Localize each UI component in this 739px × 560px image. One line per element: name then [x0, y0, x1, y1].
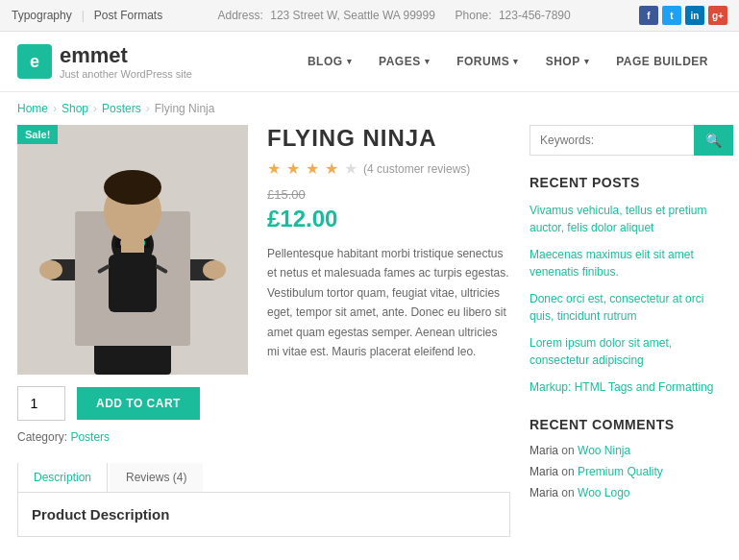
product-description: Pellentesque habitant morbi tristique se…	[267, 244, 510, 361]
breadcrumb-posters[interactable]: Posters	[102, 102, 141, 115]
comment-on-1: on	[561, 465, 578, 478]
social-icons: f t in g+	[639, 6, 727, 25]
googleplus-icon[interactable]: g+	[708, 6, 727, 25]
facebook-icon[interactable]: f	[639, 6, 658, 25]
comment-on-2: on	[561, 486, 578, 499]
breadcrumb-home[interactable]: Home	[17, 102, 48, 115]
star-rating: ★ ★ ★ ★ ★ (4 customer reviews)	[267, 159, 510, 178]
logo-text: emmet Just another WordPress site	[60, 43, 192, 80]
main-content: Sale!	[0, 125, 739, 554]
add-to-cart-button[interactable]: ADD TO CART	[77, 387, 200, 420]
nav-forums[interactable]: FORUMS ▾	[443, 47, 532, 76]
quantity-stepper[interactable]	[17, 386, 65, 421]
header: e emmet Just another WordPress site BLOG…	[0, 32, 739, 92]
nav-blog[interactable]: BLOG ▾	[294, 47, 365, 76]
recent-post-2[interactable]: Donec orci est, consectetur at orci quis…	[530, 290, 722, 325]
tab-reviews[interactable]: Reviews (4)	[110, 463, 203, 492]
chevron-down-icon: ▾	[584, 57, 590, 66]
sale-badge: Sale!	[17, 125, 58, 144]
product-svg	[17, 125, 248, 375]
product-section: Sale!	[17, 125, 510, 537]
phone-label: Phone:	[456, 9, 492, 22]
comment-link-0[interactable]: Woo Ninja	[578, 444, 630, 457]
star-4: ★	[325, 159, 338, 178]
topbar: Typography | Post Formats Address: 123 S…	[0, 0, 739, 32]
recent-posts-section: RECENT POSTS Vivamus vehicula, tellus et…	[530, 175, 722, 396]
nav-shop[interactable]: SHOP ▾	[532, 47, 604, 76]
comment-2: Maria on Woo Logo	[530, 486, 722, 499]
breadcrumb-shop[interactable]: Shop	[62, 102, 88, 115]
comment-on-0: on	[561, 444, 578, 457]
search-box: 🔍	[530, 125, 722, 156]
comment-author-0: Maria	[530, 444, 558, 457]
svg-point-5	[39, 260, 62, 280]
product-image: Sale!	[17, 125, 248, 375]
star-5-empty: ★	[344, 159, 357, 178]
comment-link-1[interactable]: Premium Quality	[578, 465, 663, 478]
tabs-content: Product Description	[17, 493, 510, 537]
star-2: ★	[286, 159, 300, 178]
logo-name: emmet	[60, 43, 192, 68]
comment-author-1: Maria	[530, 465, 558, 478]
category-label: Category:	[17, 430, 67, 444]
phone-value: 123-456-7890	[499, 9, 571, 22]
svg-point-17	[104, 170, 161, 205]
comment-1: Maria on Premium Quality	[530, 465, 722, 478]
address-value: 123 Street W, Seattle WA 99999	[270, 9, 435, 22]
topbar-divider: |	[82, 9, 85, 22]
star-1: ★	[267, 159, 281, 178]
sale-price: £12.00	[267, 206, 510, 232]
recent-post-1[interactable]: Maecenas maximus elit sit amet venenatis…	[530, 246, 722, 280]
logo-icon: e	[17, 44, 52, 79]
product-image-wrap: Sale!	[17, 125, 248, 444]
recent-post-3[interactable]: Lorem ipsum dolor sit amet, consectetur …	[530, 334, 722, 369]
recent-comments-title: RECENT COMMENTS	[530, 417, 722, 432]
comment-link-2[interactable]: Woo Logo	[578, 486, 630, 499]
chevron-down-icon: ▾	[513, 57, 519, 66]
nav-pages[interactable]: PAGES ▾	[365, 47, 443, 76]
breadcrumb-current: Flying Ninja	[155, 102, 215, 115]
add-to-cart-row: ADD TO CART	[17, 386, 248, 421]
search-icon: 🔍	[705, 133, 722, 148]
product-description-heading: Product Description	[32, 506, 496, 523]
tabs-header: Description Reviews (4)	[17, 463, 510, 493]
tab-description[interactable]: Description	[17, 463, 108, 492]
recent-post-4[interactable]: Markup: HTML Tags and Formatting	[530, 378, 722, 396]
chevron-down-icon: ▾	[347, 57, 353, 66]
product-top: Sale!	[17, 125, 510, 444]
comment-author-2: Maria	[530, 486, 558, 499]
comment-0: Maria on Woo Ninja	[530, 444, 722, 457]
search-input[interactable]	[530, 125, 694, 156]
category-row: Category: Posters	[17, 430, 248, 444]
logo[interactable]: e emmet Just another WordPress site	[17, 43, 294, 80]
review-count[interactable]: (4 customer reviews)	[363, 162, 470, 176]
chevron-down-icon: ▾	[425, 57, 431, 66]
product-title: FLYING NINJA	[267, 125, 510, 152]
star-3: ★	[306, 159, 319, 178]
linkedin-icon[interactable]: in	[685, 6, 704, 25]
sidebar: 🔍 RECENT POSTS Vivamus vehicula, tellus …	[510, 125, 722, 537]
product-info: FLYING NINJA ★ ★ ★ ★ ★ (4 customer revie…	[267, 125, 510, 444]
recent-comments-section: RECENT COMMENTS Maria on Woo Ninja Maria…	[530, 417, 722, 499]
main-nav: BLOG ▾ PAGES ▾ FORUMS ▾ SHOP ▾ PAGE BUIL…	[294, 47, 722, 76]
nav-page-builder[interactable]: PAGE BUILDER	[603, 47, 722, 76]
logo-tagline: Just another WordPress site	[60, 68, 192, 80]
recent-post-0[interactable]: Vivamus vehicula, tellus et pretium auct…	[530, 202, 722, 236]
original-price: £15.00	[267, 187, 510, 202]
search-button[interactable]: 🔍	[694, 125, 733, 156]
recent-posts-title: RECENT POSTS	[530, 175, 722, 190]
topbar-nav: Typography | Post Formats	[12, 9, 162, 22]
twitter-icon[interactable]: t	[662, 6, 681, 25]
category-link[interactable]: Posters	[70, 430, 110, 444]
tabs-section: Description Reviews (4) Product Descript…	[17, 463, 510, 537]
svg-point-6	[203, 260, 226, 280]
topbar-postformats-link[interactable]: Post Formats	[94, 9, 162, 22]
topbar-address: Address: 123 Street W, Seattle WA 99999 …	[162, 9, 629, 22]
topbar-typography-link[interactable]: Typography	[12, 9, 72, 22]
breadcrumb: Home › Shop › Posters › Flying Ninja	[0, 92, 739, 125]
address-label: Address:	[218, 9, 263, 22]
